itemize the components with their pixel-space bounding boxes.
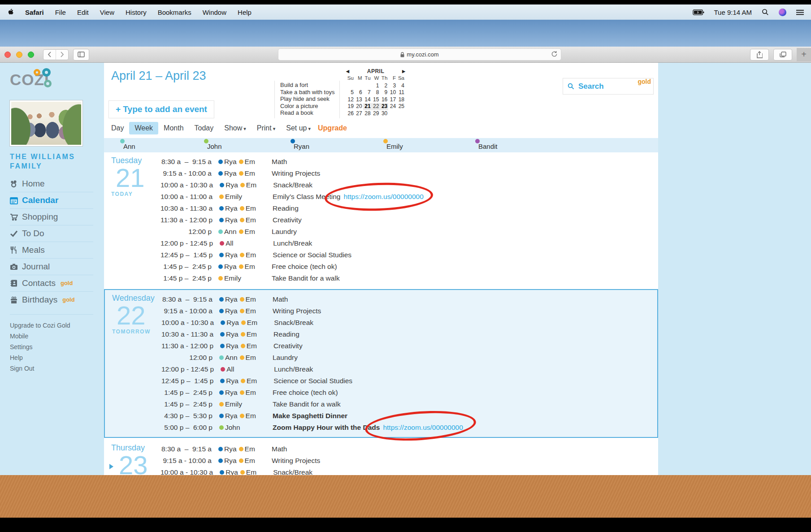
address-bar[interactable]: my.cozi.com — [278, 48, 561, 61]
event-row[interactable]: 11:30 a - 12:00 pRyaEmCreativity — [160, 214, 658, 226]
event-zoom-link[interactable]: https://zoom.us/00000000 — [383, 424, 463, 432]
mini-calendar-day[interactable]: 2 — [380, 82, 388, 90]
day-header-thursday[interactable]: Thursday23 — [111, 443, 158, 475]
tab-set-up[interactable]: Set up▾ — [281, 122, 316, 134]
share-button[interactable] — [750, 49, 769, 61]
sidebar-link-settings[interactable]: Settings — [10, 342, 93, 352]
event-zoom-link[interactable]: https://zoom.us/00000000 — [343, 193, 423, 201]
mini-calendar-day[interactable]: 13 — [355, 96, 363, 104]
forward-button[interactable] — [56, 50, 68, 60]
mini-calendar-day[interactable]: 18 — [397, 96, 405, 104]
event-row[interactable]: 10:30 a - 11:30 aRyaEmReading — [160, 203, 658, 214]
day-header-tuesday[interactable]: Tuesday21TODAY — [111, 156, 158, 197]
todo-item[interactable]: Color a picture — [280, 103, 339, 110]
event-row[interactable]: 9:15 a - 10:00 aRyaEmWriting Projects — [160, 455, 658, 467]
sidebar-item-birthdays[interactable]: Birthdaysgold — [10, 291, 93, 308]
menu-bookmarks[interactable]: Bookmarks — [158, 9, 191, 16]
todo-item[interactable]: Build a fort — [280, 82, 339, 89]
reload-icon[interactable] — [551, 51, 558, 57]
mini-calendar-day[interactable]: 14 — [363, 96, 372, 104]
mini-calendar-day[interactable]: 12 — [346, 96, 355, 104]
menu-history[interactable]: History — [126, 9, 147, 16]
new-tab-button[interactable]: + — [797, 48, 811, 61]
sidebar-item-contacts[interactable]: Contactsgold — [10, 275, 93, 291]
menu-file[interactable]: File — [55, 9, 66, 16]
sidebar-item-calendar[interactable]: Calendar — [10, 192, 93, 208]
event-row[interactable]: 12:00 pAnnEmLaundry — [160, 226, 658, 238]
event-row[interactable]: 12:00 p - 12:45 pAllLunch/Break — [161, 363, 657, 375]
event-row[interactable]: 12:00 p - 12:45 pAllLunch/Break — [160, 238, 658, 249]
event-row[interactable]: 1:45 p – 2:45 pEmilyTake Bandit for a wa… — [160, 272, 658, 284]
mini-calendar-day[interactable]: 4 — [397, 82, 405, 90]
mini-calendar-day[interactable]: 30 — [380, 110, 388, 117]
mini-calendar-day[interactable]: 27 — [355, 110, 363, 117]
menu-help[interactable]: Help — [238, 9, 252, 16]
event-row[interactable]: 1:45 p – 2:45 pRyaEmFree choice (tech ok… — [160, 261, 658, 272]
sidebar-item-to-do[interactable]: To Do — [10, 225, 93, 242]
tab-overview-button[interactable] — [773, 49, 792, 61]
mini-calendar-day[interactable]: 10 — [388, 89, 397, 96]
mini-calendar-day[interactable]: 6 — [355, 89, 363, 96]
search-box[interactable]: Search gold — [563, 78, 654, 95]
mini-calendar-day[interactable]: 9 — [380, 89, 388, 96]
family-member-emily[interactable]: Emily — [383, 139, 403, 150]
add-event-input[interactable]: + Type to add an event — [108, 100, 214, 118]
mini-calendar-day[interactable]: 1 — [372, 82, 380, 90]
back-button[interactable] — [43, 50, 56, 60]
mini-calendar-day[interactable]: 8 — [372, 89, 380, 96]
family-member-ryan[interactable]: Ryan — [291, 139, 309, 150]
battery-icon[interactable] — [693, 9, 704, 15]
sidebar-item-home[interactable]: Home — [10, 176, 93, 192]
tab-print[interactable]: Print▾ — [252, 122, 281, 134]
mini-calendar-day[interactable]: 26 — [346, 110, 355, 117]
next-month-icon[interactable]: ▶ — [399, 69, 405, 74]
mini-calendar-day[interactable]: 28 — [363, 110, 372, 117]
mini-calendar-day[interactable]: 29 — [372, 110, 380, 117]
event-row[interactable]: 10:30 a - 11:30 aRyaEmReading — [161, 329, 657, 340]
mini-calendar-day[interactable]: 15 — [372, 96, 380, 104]
event-row[interactable]: 10:00 a - 10:30 aRyaEmSnack/Break — [160, 467, 658, 475]
mini-calendar-day[interactable]: 24 — [388, 103, 397, 110]
event-row[interactable]: 9:15 a - 10:00 aRyaEmWriting Projects — [161, 305, 657, 317]
event-row[interactable]: 12:00 pAnnEmLaundry — [161, 352, 657, 363]
sidebar-item-journal[interactable]: Journal — [10, 258, 93, 275]
sidebar-item-meals[interactable]: Meals — [10, 242, 93, 258]
mini-calendar-day[interactable]: 7 — [363, 89, 372, 96]
family-member-ann[interactable]: Ann — [120, 139, 135, 150]
mini-calendar-day[interactable]: 21 — [363, 103, 372, 110]
todo-item[interactable]: Read a book — [280, 109, 339, 117]
todo-item[interactable]: Play hide and seek — [280, 95, 339, 103]
sidebar-toggle-button[interactable] — [73, 49, 89, 61]
event-row[interactable]: 9:15 a - 10:00 aRyaEmWriting Projects — [160, 168, 658, 179]
event-row[interactable]: 10:00 a - 11:00 aEmilyEmily’s Class Meet… — [160, 191, 658, 203]
todo-item[interactable]: Take a bath with toys — [280, 89, 339, 96]
notification-center-icon[interactable] — [796, 9, 804, 15]
menu-edit[interactable]: Edit — [77, 9, 89, 16]
spotlight-icon[interactable] — [762, 9, 769, 16]
tab-show[interactable]: Show▾ — [219, 122, 252, 134]
tab-week[interactable]: Week — [129, 122, 158, 134]
sidebar-link-upgrade-to-cozi-gold[interactable]: Upgrade to Cozi Gold — [10, 320, 93, 331]
event-row[interactable]: 5:00 p – 6:00 pJohnZoom Happy Hour with … — [161, 422, 657, 433]
mini-calendar-day[interactable]: 16 — [380, 96, 388, 104]
event-row[interactable]: 10:00 a - 10:30 aRyaEmSnack/Break — [160, 179, 658, 191]
tab-day[interactable]: Day — [106, 122, 129, 134]
tab-upgrade[interactable]: Upgrade — [316, 122, 352, 134]
close-window-button[interactable] — [4, 52, 11, 58]
zoom-window-button[interactable] — [28, 52, 34, 58]
menu-view[interactable]: View — [100, 9, 114, 16]
mini-calendar-day[interactable]: 5 — [346, 89, 355, 96]
event-row[interactable]: 1:45 p – 2:45 pRyaEmFree choice (tech ok… — [161, 387, 657, 398]
event-row[interactable]: 12:45 p – 1:45 pRyaEmScience or Social S… — [161, 375, 657, 387]
mini-calendar-day[interactable]: 11 — [397, 89, 405, 96]
mini-calendar-day[interactable]: 19 — [346, 103, 355, 110]
event-row[interactable]: 8:30 a – 9:15 aRyaEmMath — [160, 443, 658, 455]
day-header-wednesday[interactable]: Wednesday22TOMORROW — [112, 294, 159, 335]
event-row[interactable]: 1:45 p – 2:45 pEmilyTake Bandit for a wa… — [161, 398, 657, 410]
minimize-window-button[interactable] — [16, 52, 22, 58]
sidebar-link-sign-out[interactable]: Sign Out — [10, 363, 93, 374]
apple-icon[interactable] — [7, 9, 14, 16]
sidebar-link-mobile[interactable]: Mobile — [10, 331, 93, 342]
prev-month-icon[interactable]: ◀ — [346, 69, 352, 74]
event-row[interactable]: 12:45 p – 1:45 pRyaEmScience or Social S… — [160, 249, 658, 261]
